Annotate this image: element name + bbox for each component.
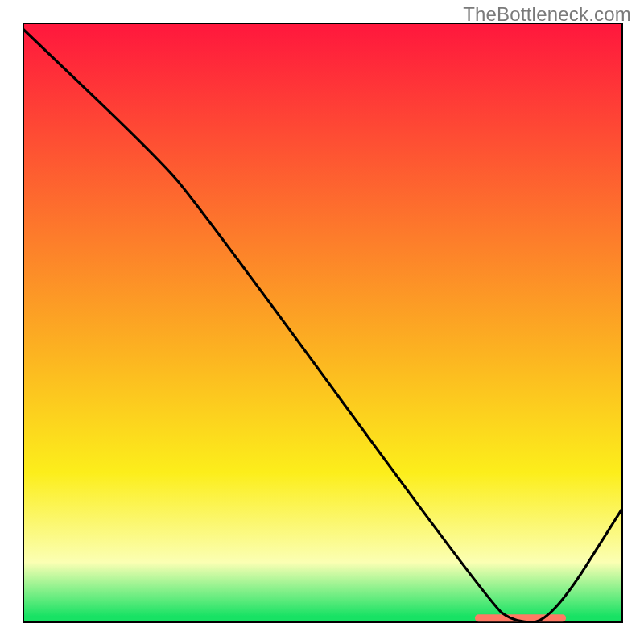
chart-svg xyxy=(0,0,644,644)
gradient-background xyxy=(23,23,622,622)
chart-container: { "watermark": "TheBottleneck.com", "col… xyxy=(0,0,644,644)
watermark-text: TheBottleneck.com xyxy=(463,3,631,26)
